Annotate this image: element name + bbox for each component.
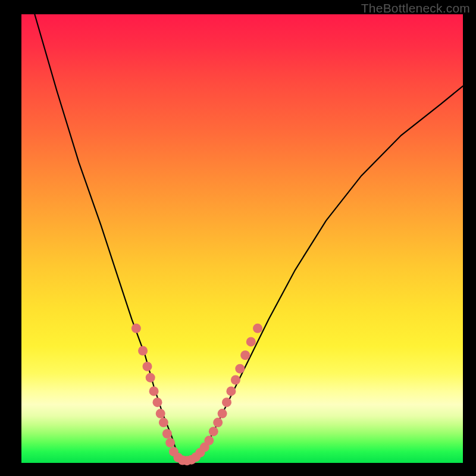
plot-area	[21, 14, 463, 463]
highlight-dot	[204, 436, 214, 445]
highlight-dot	[235, 364, 245, 374]
highlight-dot	[149, 386, 159, 396]
highlight-dot	[240, 350, 250, 360]
highlight-dot	[253, 324, 262, 333]
highlight-dot	[162, 429, 172, 439]
highlight-dot	[246, 337, 256, 346]
highlight-dot	[222, 397, 231, 407]
highlight-dot	[209, 427, 218, 436]
highlight-dot	[226, 386, 236, 396]
highlight-dot	[153, 397, 162, 407]
highlight-dot	[165, 438, 175, 447]
highlight-dot	[138, 346, 148, 356]
highlight-dot	[231, 375, 240, 385]
bottleneck-curve-path	[35, 14, 463, 461]
highlight-dot	[143, 362, 152, 371]
app-frame: TheBottleneck.com	[0, 0, 476, 476]
highlight-dots-group	[131, 324, 262, 465]
highlight-dot	[131, 324, 141, 333]
watermark-text: TheBottleneck.com	[361, 1, 470, 15]
highlight-dot	[156, 409, 165, 418]
highlight-dot	[146, 373, 155, 383]
highlight-dot	[213, 418, 223, 427]
highlight-dot	[159, 418, 168, 427]
chart-svg	[21, 14, 463, 463]
highlight-dot	[218, 409, 227, 418]
